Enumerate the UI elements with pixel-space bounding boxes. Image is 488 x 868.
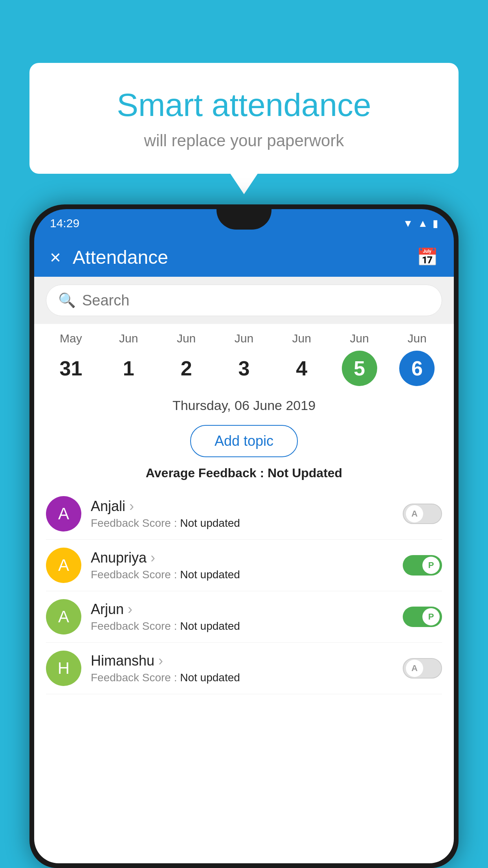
bubble-title: Smart attendance [61, 86, 427, 123]
search-input[interactable] [82, 292, 430, 309]
student-name[interactable]: Anupriya [91, 550, 393, 566]
student-feedback-score: Feedback Score : Not updated [91, 568, 393, 581]
calendar-month-label: Jun [235, 332, 253, 345]
close-button[interactable]: × [50, 246, 61, 268]
calendar-month-label: Jun [407, 332, 426, 345]
attendance-toggle[interactable]: A [403, 658, 442, 679]
phone-notch [216, 209, 272, 230]
student-avatar: A [46, 599, 81, 634]
calendar-strip: May31Jun1Jun2Jun3Jun4Jun5Jun6 [34, 324, 454, 390]
toggle-knob: P [422, 608, 440, 625]
search-icon: 🔍 [58, 292, 76, 309]
calendar-month-label: Jun [119, 332, 138, 345]
calendar-date-number[interactable]: 31 [53, 351, 88, 386]
battery-icon: ▮ [433, 217, 438, 230]
student-avatar: H [46, 651, 81, 686]
avg-feedback-value: Not Updated [268, 466, 342, 480]
student-avatar: A [46, 496, 81, 531]
student-info: HimanshuFeedback Score : Not updated [91, 653, 393, 684]
app-bar: × Attendance 📅 [34, 237, 454, 277]
toggle-knob: P [422, 557, 440, 574]
calendar-month-label: Jun [177, 332, 196, 345]
calendar-date-number[interactable]: 2 [169, 351, 204, 386]
status-bar: 14:29 ▼ ▲ ▮ [34, 209, 454, 237]
calendar-date-number[interactable]: 3 [226, 351, 262, 386]
add-topic-button[interactable]: Add topic [190, 425, 298, 457]
calendar-day[interactable]: Jun4 [278, 332, 325, 386]
student-list: AAnjaliFeedback Score : Not updatedAAAnu… [34, 488, 454, 694]
student-item[interactable]: HHimanshuFeedback Score : Not updatedA [46, 643, 442, 694]
student-item[interactable]: AAnupriyaFeedback Score : Not updatedP [46, 540, 442, 591]
student-name[interactable]: Arjun [91, 601, 393, 618]
speech-bubble: Smart attendance will replace your paper… [29, 63, 459, 174]
wifi-icon: ▼ [403, 217, 413, 230]
attendance-toggle[interactable]: A [403, 504, 442, 524]
status-time: 14:29 [50, 217, 79, 230]
speech-bubble-container: Smart attendance will replace your paper… [29, 63, 459, 174]
phone-inner: 14:29 ▼ ▲ ▮ × Attendance 📅 🔍 [34, 209, 454, 863]
student-feedback-score: Feedback Score : Not updated [91, 671, 393, 684]
search-bar[interactable]: 🔍 [46, 285, 442, 316]
student-name[interactable]: Anjali [91, 498, 393, 515]
phone-frame: 14:29 ▼ ▲ ▮ × Attendance 📅 🔍 [29, 204, 459, 868]
app-bar-title: Attendance [73, 246, 416, 268]
calendar-day[interactable]: Jun2 [163, 332, 210, 386]
calendar-month-label: Jun [292, 332, 311, 345]
attendance-toggle[interactable]: P [403, 555, 442, 576]
calendar-month-label: May [60, 332, 82, 345]
student-info: AnjaliFeedback Score : Not updated [91, 498, 393, 530]
calendar-day[interactable]: Jun1 [105, 332, 152, 386]
signal-icon: ▲ [418, 217, 428, 230]
calendar-day[interactable]: May31 [47, 332, 94, 386]
app-content: 🔍 May31Jun1Jun2Jun3Jun4Jun5Jun6 Thursday… [34, 277, 454, 863]
student-avatar: A [46, 548, 81, 583]
student-name[interactable]: Himanshu [91, 653, 393, 669]
average-feedback: Average Feedback : Not Updated [34, 461, 454, 485]
status-icons: ▼ ▲ ▮ [403, 217, 438, 230]
calendar-icon[interactable]: 📅 [416, 247, 438, 267]
student-item[interactable]: AAnjaliFeedback Score : Not updatedA [46, 488, 442, 540]
student-feedback-score: Feedback Score : Not updated [91, 517, 393, 530]
attendance-toggle[interactable]: P [403, 607, 442, 627]
student-feedback-score: Feedback Score : Not updated [91, 620, 393, 633]
calendar-date-number[interactable]: 1 [111, 351, 146, 386]
calendar-date-number[interactable]: 6 [399, 351, 435, 386]
calendar-date-number[interactable]: 4 [284, 351, 319, 386]
calendar-date-number[interactable]: 5 [342, 351, 377, 386]
bubble-subtitle: will replace your paperwork [61, 131, 427, 150]
student-info: ArjunFeedback Score : Not updated [91, 601, 393, 633]
calendar-day[interactable]: Jun3 [220, 332, 268, 386]
toggle-knob: A [406, 660, 423, 677]
search-bar-container: 🔍 [34, 277, 454, 324]
student-info: AnupriyaFeedback Score : Not updated [91, 550, 393, 581]
calendar-month-label: Jun [350, 332, 369, 345]
date-display: Thursday, 06 June 2019 [34, 390, 454, 421]
avg-feedback-label: Average Feedback : [146, 466, 268, 480]
calendar-day[interactable]: Jun6 [393, 332, 440, 386]
student-item[interactable]: AArjunFeedback Score : Not updatedP [46, 591, 442, 643]
toggle-knob: A [406, 505, 423, 522]
calendar-day[interactable]: Jun5 [336, 332, 383, 386]
